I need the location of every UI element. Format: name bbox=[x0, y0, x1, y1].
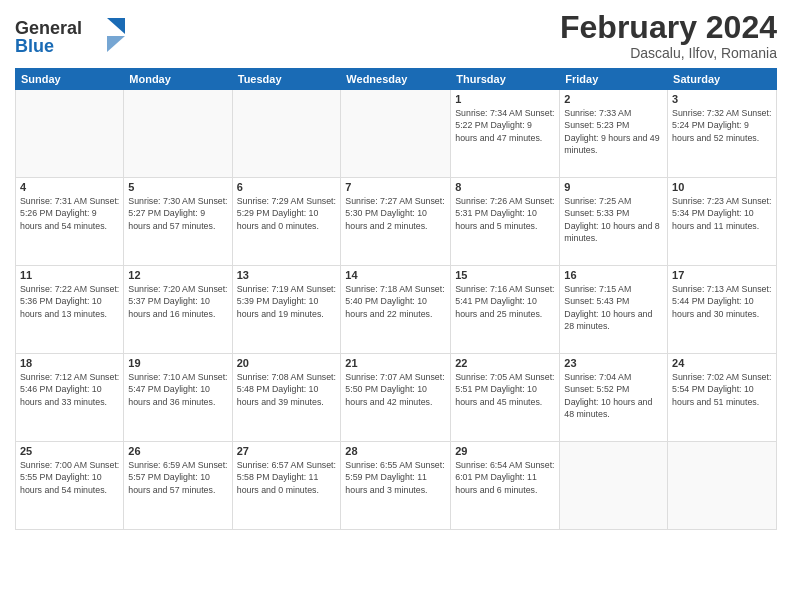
location-title: Dascalu, Ilfov, Romania bbox=[560, 45, 777, 61]
day-number: 10 bbox=[672, 181, 772, 193]
day-number: 16 bbox=[564, 269, 663, 281]
svg-text:General: General bbox=[15, 18, 82, 38]
day-info: Sunrise: 6:55 AM Sunset: 5:59 PM Dayligh… bbox=[345, 459, 446, 496]
table-row bbox=[124, 90, 232, 178]
table-row: 5Sunrise: 7:30 AM Sunset: 5:27 PM Daylig… bbox=[124, 178, 232, 266]
day-info: Sunrise: 7:32 AM Sunset: 5:24 PM Dayligh… bbox=[672, 107, 772, 144]
table-row: 13Sunrise: 7:19 AM Sunset: 5:39 PM Dayli… bbox=[232, 266, 341, 354]
th-wednesday: Wednesday bbox=[341, 69, 451, 90]
table-row: 25Sunrise: 7:00 AM Sunset: 5:55 PM Dayli… bbox=[16, 442, 124, 530]
day-info: Sunrise: 7:27 AM Sunset: 5:30 PM Dayligh… bbox=[345, 195, 446, 232]
day-number: 19 bbox=[128, 357, 227, 369]
table-row: 20Sunrise: 7:08 AM Sunset: 5:48 PM Dayli… bbox=[232, 354, 341, 442]
table-row: 29Sunrise: 6:54 AM Sunset: 6:01 PM Dayli… bbox=[451, 442, 560, 530]
day-info: Sunrise: 7:26 AM Sunset: 5:31 PM Dayligh… bbox=[455, 195, 555, 232]
day-info: Sunrise: 7:33 AM Sunset: 5:23 PM Dayligh… bbox=[564, 107, 663, 156]
day-number: 8 bbox=[455, 181, 555, 193]
table-row: 11Sunrise: 7:22 AM Sunset: 5:36 PM Dayli… bbox=[16, 266, 124, 354]
table-row bbox=[341, 90, 451, 178]
day-number: 14 bbox=[345, 269, 446, 281]
page-container: General Blue February 2024 Dascalu, Ilfo… bbox=[0, 0, 792, 612]
day-info: Sunrise: 7:05 AM Sunset: 5:51 PM Dayligh… bbox=[455, 371, 555, 408]
day-info: Sunrise: 7:12 AM Sunset: 5:46 PM Dayligh… bbox=[20, 371, 119, 408]
day-number: 17 bbox=[672, 269, 772, 281]
day-info: Sunrise: 7:18 AM Sunset: 5:40 PM Dayligh… bbox=[345, 283, 446, 320]
day-info: Sunrise: 7:13 AM Sunset: 5:44 PM Dayligh… bbox=[672, 283, 772, 320]
table-row: 1Sunrise: 7:34 AM Sunset: 5:22 PM Daylig… bbox=[451, 90, 560, 178]
day-number: 9 bbox=[564, 181, 663, 193]
table-row: 16Sunrise: 7:15 AM Sunset: 5:43 PM Dayli… bbox=[560, 266, 668, 354]
calendar-table: Sunday Monday Tuesday Wednesday Thursday… bbox=[15, 68, 777, 530]
day-info: Sunrise: 7:22 AM Sunset: 5:36 PM Dayligh… bbox=[20, 283, 119, 320]
day-info: Sunrise: 7:16 AM Sunset: 5:41 PM Dayligh… bbox=[455, 283, 555, 320]
day-number: 25 bbox=[20, 445, 119, 457]
table-row bbox=[232, 90, 341, 178]
day-info: Sunrise: 7:20 AM Sunset: 5:37 PM Dayligh… bbox=[128, 283, 227, 320]
header: General Blue February 2024 Dascalu, Ilfo… bbox=[15, 10, 777, 62]
th-thursday: Thursday bbox=[451, 69, 560, 90]
table-row: 28Sunrise: 6:55 AM Sunset: 5:59 PM Dayli… bbox=[341, 442, 451, 530]
table-row: 18Sunrise: 7:12 AM Sunset: 5:46 PM Dayli… bbox=[16, 354, 124, 442]
day-info: Sunrise: 7:25 AM Sunset: 5:33 PM Dayligh… bbox=[564, 195, 663, 244]
day-info: Sunrise: 6:54 AM Sunset: 6:01 PM Dayligh… bbox=[455, 459, 555, 496]
day-number: 21 bbox=[345, 357, 446, 369]
day-number: 20 bbox=[237, 357, 337, 369]
day-info: Sunrise: 7:04 AM Sunset: 5:52 PM Dayligh… bbox=[564, 371, 663, 420]
table-row: 9Sunrise: 7:25 AM Sunset: 5:33 PM Daylig… bbox=[560, 178, 668, 266]
th-tuesday: Tuesday bbox=[232, 69, 341, 90]
table-row: 12Sunrise: 7:20 AM Sunset: 5:37 PM Dayli… bbox=[124, 266, 232, 354]
day-info: Sunrise: 7:00 AM Sunset: 5:55 PM Dayligh… bbox=[20, 459, 119, 496]
table-row: 22Sunrise: 7:05 AM Sunset: 5:51 PM Dayli… bbox=[451, 354, 560, 442]
table-row: 10Sunrise: 7:23 AM Sunset: 5:34 PM Dayli… bbox=[668, 178, 777, 266]
table-row: 8Sunrise: 7:26 AM Sunset: 5:31 PM Daylig… bbox=[451, 178, 560, 266]
day-number: 29 bbox=[455, 445, 555, 457]
table-row: 26Sunrise: 6:59 AM Sunset: 5:57 PM Dayli… bbox=[124, 442, 232, 530]
th-sunday: Sunday bbox=[16, 69, 124, 90]
day-number: 11 bbox=[20, 269, 119, 281]
logo-text: General Blue bbox=[15, 14, 125, 62]
svg-marker-2 bbox=[107, 18, 125, 34]
day-number: 27 bbox=[237, 445, 337, 457]
day-info: Sunrise: 7:19 AM Sunset: 5:39 PM Dayligh… bbox=[237, 283, 337, 320]
day-info: Sunrise: 7:31 AM Sunset: 5:26 PM Dayligh… bbox=[20, 195, 119, 232]
day-info: Sunrise: 7:02 AM Sunset: 5:54 PM Dayligh… bbox=[672, 371, 772, 408]
table-row: 23Sunrise: 7:04 AM Sunset: 5:52 PM Dayli… bbox=[560, 354, 668, 442]
day-info: Sunrise: 6:57 AM Sunset: 5:58 PM Dayligh… bbox=[237, 459, 337, 496]
day-number: 12 bbox=[128, 269, 227, 281]
day-number: 6 bbox=[237, 181, 337, 193]
day-info: Sunrise: 7:10 AM Sunset: 5:47 PM Dayligh… bbox=[128, 371, 227, 408]
month-title: February 2024 bbox=[560, 10, 777, 45]
day-number: 28 bbox=[345, 445, 446, 457]
table-row: 14Sunrise: 7:18 AM Sunset: 5:40 PM Dayli… bbox=[341, 266, 451, 354]
day-number: 24 bbox=[672, 357, 772, 369]
day-number: 3 bbox=[672, 93, 772, 105]
day-info: Sunrise: 6:59 AM Sunset: 5:57 PM Dayligh… bbox=[128, 459, 227, 496]
table-row: 17Sunrise: 7:13 AM Sunset: 5:44 PM Dayli… bbox=[668, 266, 777, 354]
day-number: 23 bbox=[564, 357, 663, 369]
th-friday: Friday bbox=[560, 69, 668, 90]
day-info: Sunrise: 7:08 AM Sunset: 5:48 PM Dayligh… bbox=[237, 371, 337, 408]
table-row: 24Sunrise: 7:02 AM Sunset: 5:54 PM Dayli… bbox=[668, 354, 777, 442]
day-info: Sunrise: 7:30 AM Sunset: 5:27 PM Dayligh… bbox=[128, 195, 227, 232]
table-row: 3Sunrise: 7:32 AM Sunset: 5:24 PM Daylig… bbox=[668, 90, 777, 178]
day-number: 22 bbox=[455, 357, 555, 369]
day-number: 2 bbox=[564, 93, 663, 105]
svg-marker-3 bbox=[107, 36, 125, 52]
table-row: 2Sunrise: 7:33 AM Sunset: 5:23 PM Daylig… bbox=[560, 90, 668, 178]
title-block: February 2024 Dascalu, Ilfov, Romania bbox=[560, 10, 777, 61]
th-monday: Monday bbox=[124, 69, 232, 90]
day-info: Sunrise: 7:07 AM Sunset: 5:50 PM Dayligh… bbox=[345, 371, 446, 408]
table-row: 6Sunrise: 7:29 AM Sunset: 5:29 PM Daylig… bbox=[232, 178, 341, 266]
day-number: 15 bbox=[455, 269, 555, 281]
header-row: Sunday Monday Tuesday Wednesday Thursday… bbox=[16, 69, 777, 90]
day-number: 7 bbox=[345, 181, 446, 193]
table-row: 7Sunrise: 7:27 AM Sunset: 5:30 PM Daylig… bbox=[341, 178, 451, 266]
table-row bbox=[560, 442, 668, 530]
table-row: 19Sunrise: 7:10 AM Sunset: 5:47 PM Dayli… bbox=[124, 354, 232, 442]
table-row: 15Sunrise: 7:16 AM Sunset: 5:41 PM Dayli… bbox=[451, 266, 560, 354]
day-number: 18 bbox=[20, 357, 119, 369]
day-number: 1 bbox=[455, 93, 555, 105]
table-row bbox=[668, 442, 777, 530]
table-row: 4Sunrise: 7:31 AM Sunset: 5:26 PM Daylig… bbox=[16, 178, 124, 266]
day-info: Sunrise: 7:34 AM Sunset: 5:22 PM Dayligh… bbox=[455, 107, 555, 144]
